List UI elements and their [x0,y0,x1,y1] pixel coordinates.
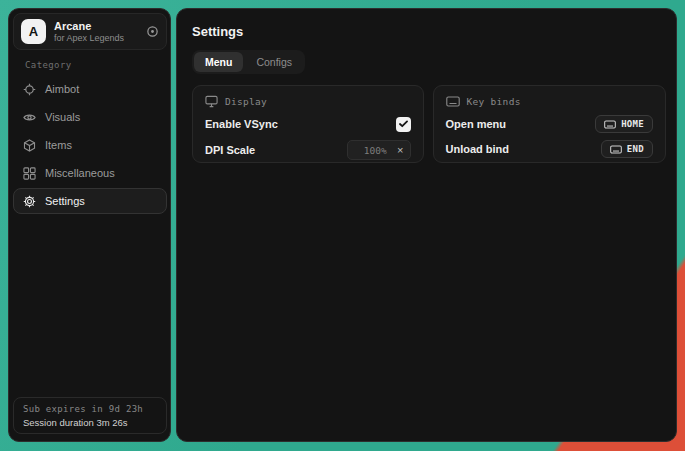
sidebar-item-label: Settings [45,195,85,207]
display-card: Display Enable VSync DPI Scale 100% × [192,85,424,163]
tab-configs[interactable]: Configs [245,52,303,72]
open-menu-keybind-button[interactable]: HOME [595,115,653,133]
tab-menu[interactable]: Menu [194,52,243,72]
unload-key-label: END [627,144,644,154]
session-duration-text: Session duration 3m 26s [23,417,157,428]
display-card-header: Display [205,95,411,108]
dpi-scale-label: DPI Scale [205,144,255,156]
sub-expiry-text: Sub expires in 9d 23h [23,404,157,414]
sidebar-item-label: Miscellaneous [45,167,115,179]
sidebar-panel: A Arcane for Apex Legends Category Aimbo… [8,8,171,442]
main-panel: Settings Menu Configs Display Enable VSy… [176,8,677,442]
vsync-row: Enable VSync [205,115,411,133]
grid-icon [23,167,36,180]
monitor-icon [205,95,218,108]
unload-bind-label: Unload bind [446,143,510,155]
clear-icon[interactable]: × [397,145,403,156]
page-title: Settings [192,24,676,39]
display-card-title: Display [225,96,267,107]
sidebar-nav: Aimbot Visuals Items [13,76,167,214]
open-menu-row: Open menu HOME [446,115,654,133]
check-icon [399,120,408,128]
keyboard-icon [610,145,622,154]
subscription-info-box: Sub expires in 9d 23h Session duration 3… [13,397,167,434]
sidebar-item-aimbot[interactable]: Aimbot [13,76,167,102]
settings-cards-row: Display Enable VSync DPI Scale 100% × [192,85,666,163]
open-menu-key-label: HOME [621,119,644,129]
open-menu-label: Open menu [446,118,507,130]
dpi-scale-input[interactable]: 100% × [347,140,411,160]
sidebar-item-settings[interactable]: Settings [13,188,167,214]
crosshair-icon [23,83,36,96]
app-subtitle: for Apex Legends [54,33,124,44]
sidebar-item-label: Aimbot [45,83,79,95]
app-header: A Arcane for Apex Legends [13,13,167,50]
target-icon[interactable] [146,25,159,38]
vsync-checkbox[interactable] [396,117,411,132]
desktop-background: { "colors": { "background_teal": "#2fa98… [0,0,685,451]
category-label: Category [25,60,170,70]
settings-tabbar: Menu Configs [192,50,305,74]
dpi-scale-value: 100% [354,145,398,156]
keybinds-card: Key binds Open menu HOME Unload bind [433,85,667,163]
package-icon [23,139,36,152]
gear-icon [23,195,36,208]
app-logo: A [21,19,46,44]
sidebar-item-items[interactable]: Items [13,132,167,158]
keybinds-card-title: Key binds [467,96,521,107]
eye-icon [23,111,36,124]
app-title-block: Arcane for Apex Legends [54,20,124,44]
unload-bind-row: Unload bind END [446,140,654,158]
keyboard-icon [604,120,616,129]
sidebar-item-label: Visuals [45,111,80,123]
dpi-scale-row: DPI Scale 100% × [205,140,411,160]
keyboard-icon [446,95,460,108]
vsync-label: Enable VSync [205,118,278,130]
sidebar-item-visuals[interactable]: Visuals [13,104,167,130]
sidebar-item-miscellaneous[interactable]: Miscellaneous [13,160,167,186]
unload-keybind-button[interactable]: END [601,140,653,158]
keybinds-card-header: Key binds [446,95,654,108]
sidebar-item-label: Items [45,139,72,151]
app-name: Arcane [54,20,124,33]
